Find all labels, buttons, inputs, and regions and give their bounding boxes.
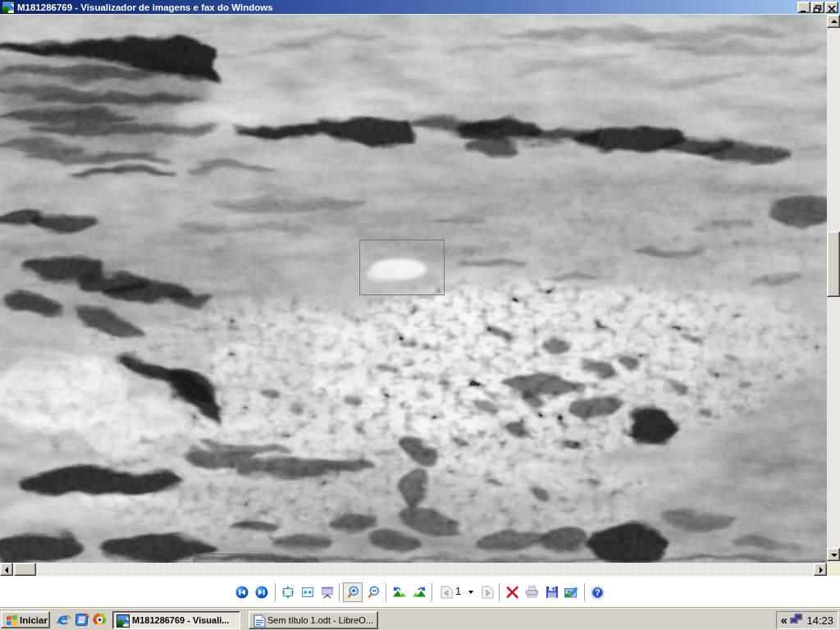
- svg-text:?: ?: [595, 587, 600, 597]
